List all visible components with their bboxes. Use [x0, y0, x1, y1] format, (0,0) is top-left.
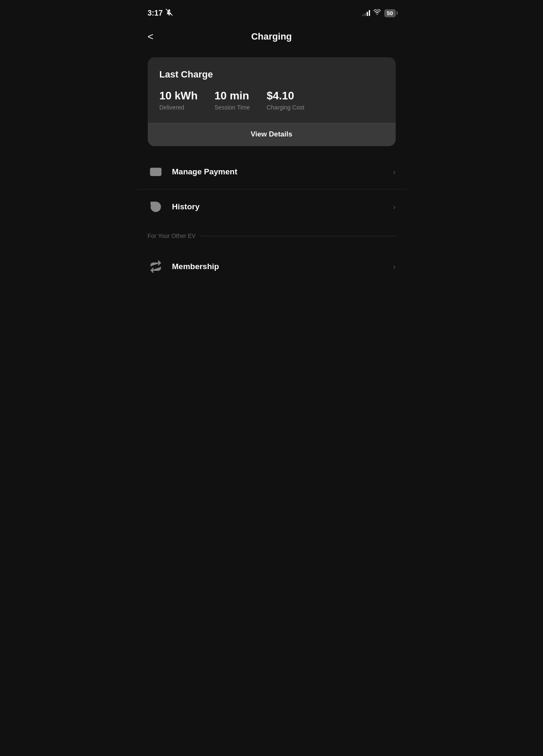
stat-cost-label: Charging Cost [267, 104, 305, 111]
status-time: 3:17 [148, 8, 173, 18]
stat-kwh-label: Delivered [160, 104, 198, 111]
manage-payment-label: Manage Payment [172, 167, 393, 176]
membership-label: Membership [172, 262, 393, 271]
history-label: History [172, 202, 393, 211]
signal-bars-icon [362, 10, 370, 16]
history-item[interactable]: History › [136, 190, 407, 224]
credit-card-icon [148, 164, 164, 180]
status-bar: 3:17 50 [136, 0, 407, 23]
section-divider: For Your Other EV [136, 224, 407, 243]
stat-kwh-value: 10 kWh [160, 89, 198, 102]
chevron-right-icon: › [393, 168, 396, 176]
history-icon [148, 199, 164, 215]
section-divider-line [201, 236, 396, 236]
wifi-icon [373, 9, 381, 17]
stat-time: 10 min Session Time [215, 89, 250, 111]
status-right: 50 [362, 9, 395, 17]
nav-header: < Charging [136, 23, 407, 51]
battery-indicator: 50 [384, 9, 395, 17]
stat-time-label: Session Time [215, 104, 250, 111]
page-title: Charging [251, 31, 292, 42]
other-menu-section: Membership › [136, 249, 407, 284]
battery-level: 50 [387, 10, 393, 16]
refresh-icon [148, 259, 164, 275]
charge-stats: 10 kWh Delivered 10 min Session Time $4.… [160, 89, 384, 111]
section-divider-label: For Your Other EV [148, 232, 196, 239]
manage-payment-item[interactable]: Manage Payment › [136, 155, 407, 190]
menu-section: Manage Payment › History › [136, 155, 407, 224]
svg-rect-1 [150, 168, 161, 176]
chevron-right-icon: › [393, 262, 396, 271]
view-details-button[interactable]: View Details [148, 123, 396, 146]
stat-time-value: 10 min [215, 89, 250, 102]
last-charge-card: Last Charge 10 kWh Delivered 10 min Sess… [148, 57, 396, 146]
stat-cost-value: $4.10 [267, 89, 305, 102]
time-display: 3:17 [148, 9, 163, 18]
back-button[interactable]: < [148, 32, 154, 42]
last-charge-title: Last Charge [160, 69, 384, 80]
stat-cost: $4.10 Charging Cost [267, 89, 305, 111]
membership-item[interactable]: Membership › [136, 249, 407, 284]
bell-slash-icon [165, 8, 173, 18]
chevron-right-icon: › [393, 203, 396, 211]
stat-kwh: 10 kWh Delivered [160, 89, 198, 111]
